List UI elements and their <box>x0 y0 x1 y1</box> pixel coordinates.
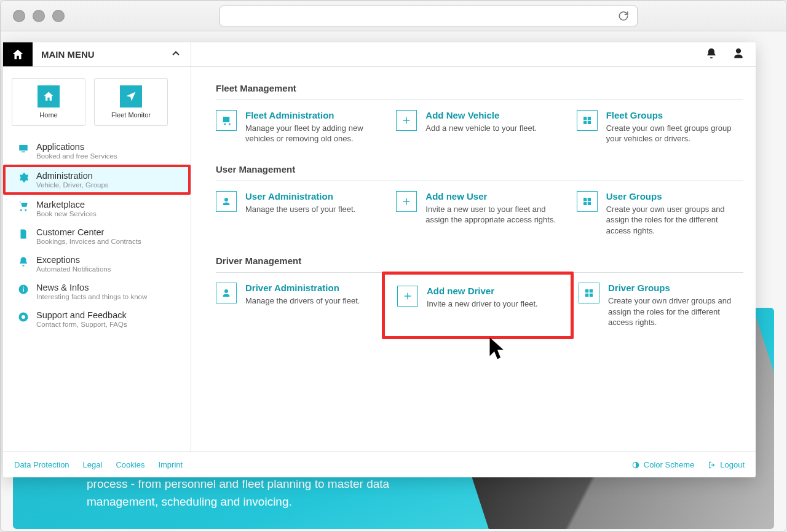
card-desc: Invite a new user to your fleet and assi… <box>425 204 563 225</box>
main-menu-overlay: MAIN MENU Home <box>3 42 756 477</box>
half-circle-icon <box>631 461 640 469</box>
section-heading-user: User Management <box>216 160 743 181</box>
topbar: MAIN MENU <box>3 42 756 67</box>
sidebar-item-applications[interactable]: Applications Booked and free Services <box>3 137 191 165</box>
footer-logout-label: Logout <box>720 460 745 469</box>
footer-link-legal[interactable]: Legal <box>83 460 103 469</box>
sidebar-item-sublabel: Interesting facts and things to know <box>36 293 147 300</box>
logout-icon <box>708 461 716 469</box>
info-icon <box>18 284 29 297</box>
user-profile-icon[interactable] <box>732 47 745 62</box>
sidebar-item-marketplace[interactable]: Marketplace Book new Services <box>3 195 191 222</box>
card-add-new-driver[interactable]: Add new Driver Invite a new driver to yo… <box>382 272 574 338</box>
sidebar-item-label: News & Infos <box>36 283 147 292</box>
monitor-icon <box>18 143 29 157</box>
footer-logout[interactable]: Logout <box>708 460 745 469</box>
card-title: User Administration <box>245 191 355 203</box>
grid-icon <box>577 110 598 131</box>
quick-link-label: Home <box>39 111 57 119</box>
gear-icon <box>18 172 29 186</box>
chevron-up-icon <box>170 47 182 61</box>
card-desc: Create your own fleet groups group your … <box>606 123 743 144</box>
footer-color-scheme-label: Color Scheme <box>644 460 694 469</box>
minimize-window-icon[interactable] <box>33 10 45 22</box>
card-desc: Create your own user groups and assign t… <box>606 204 743 237</box>
driver-icon <box>216 283 237 303</box>
card-title: Add New Vehicle <box>425 110 537 122</box>
quick-link-home[interactable]: Home <box>12 78 85 126</box>
reload-icon[interactable] <box>617 10 630 22</box>
bell-icon <box>18 256 29 270</box>
sidebar-item-news[interactable]: News & Infos Interesting facts and thing… <box>3 278 191 305</box>
menu-title-toggle[interactable]: MAIN MENU <box>33 42 191 66</box>
svg-rect-1 <box>23 289 24 292</box>
sidebar-item-label: Marketplace <box>36 200 97 209</box>
quick-link-fleet-monitor[interactable]: Fleet Monitor <box>94 78 168 126</box>
card-title: Fleet Administration <box>245 110 382 122</box>
sidebar-item-label: Administration <box>36 171 109 181</box>
quick-link-label: Fleet Monitor <box>111 111 151 119</box>
section-heading-driver: Driver Management <box>216 252 743 273</box>
sidebar-item-support[interactable]: Support and Feedback Contact form, Suppo… <box>3 305 191 333</box>
user-icon <box>216 191 237 212</box>
footer: Data Protection Legal Cookies Imprint Co… <box>3 452 756 477</box>
grid-icon <box>577 191 598 212</box>
card-fleet-groups[interactable]: Fleet Groups Create your own fleet group… <box>577 110 743 144</box>
card-driver-administration[interactable]: Driver Administration Manage the drivers… <box>216 283 381 327</box>
card-title: Driver Administration <box>245 283 360 294</box>
plus-icon <box>396 110 417 131</box>
card-user-administration[interactable]: User Administration Manage the users of … <box>216 191 382 236</box>
close-window-icon[interactable] <box>13 10 25 22</box>
card-title: Driver Groups <box>608 283 743 294</box>
home-icon <box>38 85 60 108</box>
card-add-new-vehicle[interactable]: Add New Vehicle Add a new vehicle to you… <box>396 110 563 144</box>
sidebar-list: Applications Booked and free Services Ad… <box>3 137 191 333</box>
traffic-lights <box>13 10 65 22</box>
document-icon <box>18 229 29 242</box>
plus-icon <box>396 191 417 212</box>
card-desc: Manage your fleet by adding new vehicles… <box>245 123 382 144</box>
sidebar-item-sublabel: Bookings, Invoices and Contracts <box>36 238 141 245</box>
sidebar-item-administration[interactable]: Administration Vehicle, Driver, Groups <box>3 165 191 195</box>
card-title: Add new Driver <box>427 286 538 297</box>
url-bar[interactable] <box>219 6 638 26</box>
footer-link-cookies[interactable]: Cookies <box>116 460 144 469</box>
svg-rect-2 <box>23 287 24 288</box>
card-fleet-administration[interactable]: Fleet Administration Manage your fleet b… <box>216 110 382 144</box>
sidebar-item-customer-center[interactable]: Customer Center Bookings, Invoices and C… <box>3 222 191 250</box>
card-title: User Groups <box>606 191 743 203</box>
card-user-groups[interactable]: User Groups Create your own user groups … <box>577 191 743 236</box>
notifications-icon[interactable] <box>705 47 718 62</box>
maximize-window-icon[interactable] <box>52 10 65 22</box>
support-icon <box>18 311 29 325</box>
sidebar-item-exceptions[interactable]: Exceptions Automated Notifications <box>3 250 191 278</box>
grid-icon <box>579 283 599 303</box>
sidebar-item-label: Customer Center <box>36 227 141 237</box>
card-desc: Manage the drivers of your fleet. <box>245 295 360 307</box>
sidebar-item-label: Exceptions <box>36 255 111 265</box>
card-add-new-user[interactable]: Add new User Invite a new user to your f… <box>396 191 563 236</box>
card-desc: Add a new vehicle to your fleet. <box>425 123 537 134</box>
card-driver-groups[interactable]: Driver Groups Create your own driver gro… <box>579 283 743 327</box>
plus-icon <box>397 286 418 307</box>
bus-icon <box>216 110 237 131</box>
home-icon-button[interactable] <box>3 42 33 66</box>
svg-point-4 <box>22 315 25 319</box>
location-arrow-icon <box>120 85 142 108</box>
sidebar-item-sublabel: Vehicle, Driver, Groups <box>36 181 109 189</box>
sidebar-item-label: Applications <box>36 142 117 152</box>
sidebar-item-sublabel: Book new Services <box>36 210 97 217</box>
menu-title-label: MAIN MENU <box>41 49 95 60</box>
card-desc: Invite a new driver to your fleet. <box>427 299 538 310</box>
footer-link-imprint[interactable]: Imprint <box>158 460 183 469</box>
sidebar-item-sublabel: Contact form, Support, FAQs <box>36 321 127 328</box>
sidebar: Home Fleet Monitor Applications Booked a… <box>3 67 191 452</box>
section-heading-fleet: Fleet Management <box>216 79 743 100</box>
sidebar-item-sublabel: Automated Notifications <box>36 265 111 273</box>
mac-titlebar <box>1 1 786 31</box>
footer-link-data-protection[interactable]: Data Protection <box>14 460 69 469</box>
card-desc: Manage the users of your fleet. <box>245 204 355 215</box>
sidebar-item-sublabel: Booked and free Services <box>36 152 117 160</box>
footer-color-scheme[interactable]: Color Scheme <box>631 460 694 469</box>
card-title: Fleet Groups <box>606 110 743 122</box>
